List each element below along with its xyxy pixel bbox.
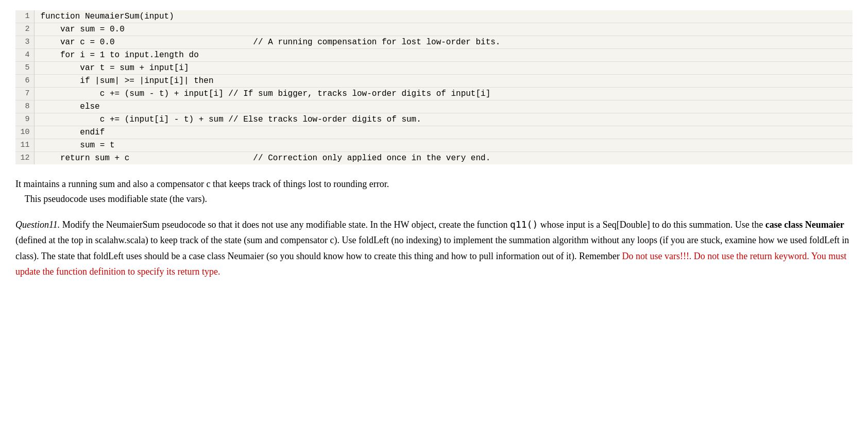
- question-number: 11.: [49, 220, 60, 230]
- code-line: 10 endif: [15, 126, 853, 139]
- code-line: 2 var sum = 0.0: [15, 23, 853, 36]
- line-code: endif: [34, 126, 853, 139]
- question-body-1: Modify the NeumaierSum pseudocode so tha…: [15, 220, 849, 277]
- red-warning-text: Do not use vars!!!. Do not use the retur…: [15, 251, 846, 277]
- code-line: 12 return sum + c // Correction only app…: [15, 152, 853, 165]
- line-code: else: [34, 100, 853, 113]
- code-line: 7 c += (sum - t) + input[i] // If sum bi…: [15, 88, 853, 100]
- description-block: It maintains a running sum and also a co…: [15, 177, 853, 207]
- code-line: 8 else: [15, 100, 853, 113]
- line-number: 6: [15, 75, 34, 88]
- line-number: 1: [15, 10, 34, 23]
- code-line: 6 if |sum| >= |input[i]| then: [15, 75, 853, 88]
- line-number: 3: [15, 36, 34, 49]
- code-line: 9 c += (input[i] - t) + sum // Else trac…: [15, 113, 853, 126]
- line-number: 11: [15, 139, 34, 152]
- code-line: 5 var t = sum + input[i]: [15, 62, 853, 75]
- question-label: Question: [15, 220, 49, 230]
- line-code: return sum + c // Correction only applie…: [34, 152, 853, 165]
- line-number: 9: [15, 113, 34, 126]
- line-code: var c = 0.0 // A running compensation fo…: [34, 36, 853, 49]
- line-code: c += (sum - t) + input[i] // If sum bigg…: [34, 88, 853, 100]
- line-code: sum = t: [34, 139, 853, 152]
- line-code: var t = sum + input[i]: [34, 62, 853, 75]
- description-line1: It maintains a running sum and also a co…: [15, 179, 389, 189]
- code-line: 1function NeumaierSum(input): [15, 10, 853, 23]
- code-block: 1function NeumaierSum(input)2 var sum = …: [15, 10, 853, 164]
- line-code: function NeumaierSum(input): [34, 10, 853, 23]
- line-code: var sum = 0.0: [34, 23, 853, 36]
- code-line: 4 for i = 1 to input.length do: [15, 49, 853, 62]
- line-code: for i = 1 to input.length do: [34, 49, 853, 62]
- line-number: 2: [15, 23, 34, 36]
- line-number: 4: [15, 49, 34, 62]
- line-code: c += (input[i] - t) + sum // Else tracks…: [34, 113, 853, 126]
- line-code: if |sum| >= |input[i]| then: [34, 75, 853, 88]
- code-line: 3 var c = 0.0 // A running compensation …: [15, 36, 853, 49]
- code-line: 11 sum = t: [15, 139, 853, 152]
- line-number: 5: [15, 62, 34, 75]
- line-number: 10: [15, 126, 34, 139]
- line-number: 7: [15, 88, 34, 100]
- question-block: Question11. Modify the NeumaierSum pseud…: [15, 217, 853, 280]
- line-number: 8: [15, 100, 34, 113]
- description-line2: This pseudocode uses modifiable state (t…: [25, 194, 207, 204]
- line-number: 12: [15, 152, 34, 165]
